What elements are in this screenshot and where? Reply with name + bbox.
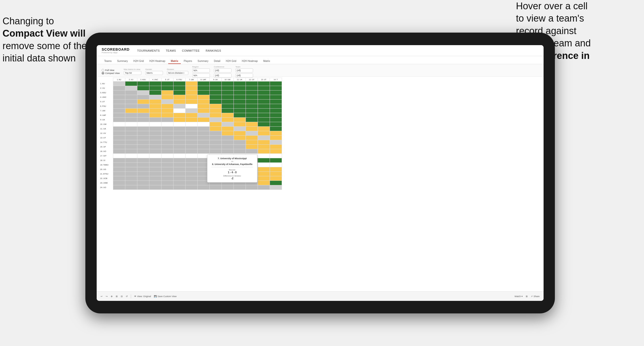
matrix-cell[interactable]: [185, 91, 197, 95]
matrix-cell[interactable]: [270, 158, 282, 163]
matrix-cell[interactable]: [125, 140, 137, 145]
matrix-cell[interactable]: [233, 127, 246, 131]
matrix-cell[interactable]: [233, 86, 246, 91]
tab-h2h-heatmap1[interactable]: H2H Heatmap: [147, 59, 168, 64]
matrix-cell[interactable]: [209, 122, 221, 127]
matrix-cell[interactable]: [125, 131, 137, 136]
matrix-cell[interactable]: [270, 145, 282, 149]
matrix-cell[interactable]: [161, 136, 173, 140]
matrix-cell[interactable]: [233, 91, 246, 95]
matrix-cell[interactable]: [270, 140, 282, 145]
matrix-cell[interactable]: [221, 131, 233, 136]
matrix-cell[interactable]: [161, 140, 173, 145]
nav-tournaments[interactable]: TOURNAMENTS: [137, 49, 160, 52]
matrix-cell[interactable]: [161, 176, 173, 181]
matrix-cell[interactable]: [161, 91, 173, 95]
matrix-cell[interactable]: [185, 167, 197, 172]
matrix-cell[interactable]: [197, 185, 209, 190]
matrix-cell[interactable]: [233, 131, 246, 136]
matrix-cell[interactable]: [149, 104, 161, 109]
matrix-cell[interactable]: [270, 167, 282, 172]
matrix-cell[interactable]: [113, 163, 125, 167]
matrix-cell[interactable]: [185, 81, 197, 86]
tab-detail[interactable]: Detail: [211, 59, 223, 64]
matrix-cell[interactable]: [125, 176, 137, 181]
matrix-cell[interactable]: [125, 136, 137, 140]
matrix-cell[interactable]: [173, 100, 185, 104]
matrix-cell[interactable]: [125, 163, 137, 167]
nav-teams[interactable]: TEAMS: [166, 49, 176, 52]
matrix-cell[interactable]: [137, 122, 149, 127]
gender-select[interactable]: Men's: [145, 71, 163, 75]
matrix-cell[interactable]: [125, 100, 137, 104]
matrix-cell[interactable]: [113, 185, 125, 190]
tab-matrix1[interactable]: Matrix: [168, 59, 181, 64]
matrix-cell[interactable]: [270, 136, 282, 140]
tab-summary2[interactable]: Summary: [195, 59, 211, 64]
matrix-cell[interactable]: [270, 185, 282, 190]
matrix-cell[interactable]: [173, 131, 185, 136]
matrix-cell[interactable]: [185, 127, 197, 131]
matrix-cell[interactable]: [149, 140, 161, 145]
matrix-cell[interactable]: [113, 109, 125, 113]
matrix-cell[interactable]: [258, 163, 270, 167]
matrix-cell[interactable]: [113, 91, 125, 95]
matrix-cell[interactable]: [137, 163, 149, 167]
matrix-cell[interactable]: [137, 154, 149, 158]
matrix-cell[interactable]: [173, 109, 185, 113]
matrix-cell[interactable]: [149, 131, 161, 136]
matrix-cell[interactable]: [258, 122, 270, 127]
matrix-cell[interactable]: [161, 145, 173, 149]
matrix-cell[interactable]: [113, 81, 125, 86]
matrix-cell[interactable]: [197, 95, 209, 100]
matrix-cell[interactable]: [209, 145, 221, 149]
matrix-cell[interactable]: [137, 113, 149, 118]
matrix-cell[interactable]: [209, 95, 221, 100]
matrix-cell[interactable]: [137, 118, 149, 122]
matrix-cell[interactable]: [161, 149, 173, 154]
matrix-cell[interactable]: [221, 149, 233, 154]
matrix-cell[interactable]: [149, 136, 161, 140]
matrix-cell[interactable]: [125, 122, 137, 127]
matrix-cell[interactable]: [161, 109, 173, 113]
matrix-cell[interactable]: [233, 113, 246, 118]
matrix-cell[interactable]: [233, 104, 246, 109]
matrix-cell[interactable]: [137, 95, 149, 100]
matrix-cell[interactable]: [270, 149, 282, 154]
matrix-cell[interactable]: [246, 100, 258, 104]
matrix-cell[interactable]: [233, 109, 246, 113]
matrix-cell[interactable]: [197, 118, 209, 122]
matrix-cell[interactable]: [221, 91, 233, 95]
matrix-cell[interactable]: [246, 136, 258, 140]
matrix-cell[interactable]: [173, 181, 185, 185]
matrix-cell[interactable]: [161, 95, 173, 100]
matrix-cell[interactable]: [221, 122, 233, 127]
matrix-cell[interactable]: [246, 113, 258, 118]
matrix-cell[interactable]: [149, 109, 161, 113]
matrix-cell[interactable]: [221, 113, 233, 118]
matrix-cell[interactable]: [137, 145, 149, 149]
matrix-cell[interactable]: [137, 181, 149, 185]
matrix-cell[interactable]: [137, 140, 149, 145]
matrix-cell[interactable]: [161, 122, 173, 127]
matrix-cell[interactable]: [149, 176, 161, 181]
matrix-cell[interactable]: [185, 176, 197, 181]
matrix-cell[interactable]: [113, 176, 125, 181]
matrix-cell[interactable]: [125, 181, 137, 185]
matrix-cell[interactable]: [270, 172, 282, 176]
matrix-cell[interactable]: [258, 81, 270, 86]
share-button[interactable]: ↗ Share: [531, 295, 540, 298]
matrix-cell[interactable]: [197, 91, 209, 95]
matrix-cell[interactable]: [161, 154, 173, 158]
matrix-cell[interactable]: [233, 122, 246, 127]
matrix-cell[interactable]: [185, 136, 197, 140]
matrix-cell[interactable]: [149, 127, 161, 131]
matrix-cell[interactable]: [161, 163, 173, 167]
matrix-cell[interactable]: [113, 145, 125, 149]
matrix-cell[interactable]: [125, 172, 137, 176]
matrix-cell[interactable]: [185, 149, 197, 154]
matrix-cell[interactable]: [258, 176, 270, 181]
matrix-cell[interactable]: [137, 127, 149, 131]
matrix-cell[interactable]: [137, 81, 149, 86]
matrix-cell[interactable]: [173, 154, 185, 158]
